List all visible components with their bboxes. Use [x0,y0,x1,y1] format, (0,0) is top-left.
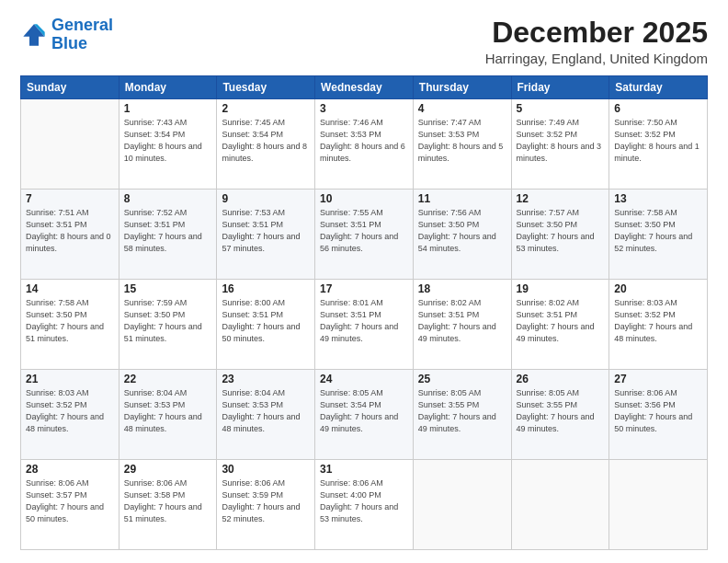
table-row: 4Sunrise: 7:47 AM Sunset: 3:53 PM Daylig… [413,99,511,190]
logo-text: General Blue [51,17,113,53]
calendar-table: Sunday Monday Tuesday Wednesday Thursday… [20,75,708,550]
day-number: 24 [320,373,408,385]
calendar-week-1: 1Sunrise: 7:43 AM Sunset: 3:54 PM Daylig… [21,99,708,190]
day-info: Sunrise: 8:01 AM Sunset: 3:51 PM Dayligh… [320,297,408,345]
day-info: Sunrise: 7:51 AM Sunset: 3:51 PM Dayligh… [26,207,114,255]
day-info: Sunrise: 7:56 AM Sunset: 3:50 PM Dayligh… [418,207,506,255]
table-row: 30Sunrise: 8:06 AM Sunset: 3:59 PM Dayli… [217,460,315,550]
logo-icon [20,21,48,49]
main-title: December 2025 [485,17,708,49]
table-row [511,460,609,550]
col-thursday: Thursday [413,76,511,99]
day-info: Sunrise: 8:00 AM Sunset: 3:51 PM Dayligh… [222,297,310,345]
day-number: 22 [124,373,212,385]
table-row [609,460,708,550]
table-row: 17Sunrise: 8:01 AM Sunset: 3:51 PM Dayli… [315,280,414,370]
table-row: 16Sunrise: 8:00 AM Sunset: 3:51 PM Dayli… [217,280,315,370]
day-info: Sunrise: 7:50 AM Sunset: 3:52 PM Dayligh… [614,117,702,165]
table-row: 24Sunrise: 8:05 AM Sunset: 3:54 PM Dayli… [315,370,414,460]
table-row: 31Sunrise: 8:06 AM Sunset: 4:00 PM Dayli… [315,460,414,550]
header: General Blue December 2025 Harringay, En… [20,17,708,66]
table-row: 5Sunrise: 7:49 AM Sunset: 3:52 PM Daylig… [511,99,609,190]
day-info: Sunrise: 7:43 AM Sunset: 3:54 PM Dayligh… [124,117,212,165]
col-sunday: Sunday [21,76,119,99]
table-row: 11Sunrise: 7:56 AM Sunset: 3:50 PM Dayli… [413,190,511,280]
logo: General Blue [20,17,113,53]
calendar-week-4: 21Sunrise: 8:03 AM Sunset: 3:52 PM Dayli… [21,370,708,460]
day-info: Sunrise: 7:55 AM Sunset: 3:51 PM Dayligh… [320,207,408,255]
day-info: Sunrise: 7:57 AM Sunset: 3:50 PM Dayligh… [517,207,605,255]
title-block: December 2025 Harringay, England, United… [485,17,708,66]
day-info: Sunrise: 8:03 AM Sunset: 3:52 PM Dayligh… [26,387,114,435]
calendar-week-3: 14Sunrise: 7:58 AM Sunset: 3:50 PM Dayli… [21,280,708,370]
day-info: Sunrise: 8:06 AM Sunset: 4:00 PM Dayligh… [320,477,408,525]
table-row: 19Sunrise: 8:02 AM Sunset: 3:51 PM Dayli… [511,280,609,370]
calendar-header-row: Sunday Monday Tuesday Wednesday Thursday… [21,76,708,99]
day-number: 27 [614,373,702,385]
day-info: Sunrise: 7:47 AM Sunset: 3:53 PM Dayligh… [418,117,506,165]
subtitle: Harringay, England, United Kingdom [485,51,708,66]
table-row: 20Sunrise: 8:03 AM Sunset: 3:52 PM Dayli… [609,280,708,370]
day-info: Sunrise: 7:49 AM Sunset: 3:52 PM Dayligh… [517,117,605,165]
day-number: 8 [124,192,212,205]
day-number: 19 [517,282,605,295]
day-number: 15 [124,282,212,295]
day-number: 9 [222,192,310,205]
col-wednesday: Wednesday [315,76,414,99]
table-row: 28Sunrise: 8:06 AM Sunset: 3:57 PM Dayli… [21,460,119,550]
day-number: 13 [614,192,702,205]
day-number: 17 [320,282,408,295]
day-info: Sunrise: 8:06 AM Sunset: 3:57 PM Dayligh… [26,477,114,525]
day-number: 2 [222,102,310,115]
table-row: 3Sunrise: 7:46 AM Sunset: 3:53 PM Daylig… [315,99,414,190]
day-number: 12 [517,192,605,205]
table-row: 14Sunrise: 7:58 AM Sunset: 3:50 PM Dayli… [21,280,119,370]
table-row: 23Sunrise: 8:04 AM Sunset: 3:53 PM Dayli… [217,370,315,460]
day-info: Sunrise: 7:45 AM Sunset: 3:54 PM Dayligh… [222,117,310,165]
table-row: 10Sunrise: 7:55 AM Sunset: 3:51 PM Dayli… [315,190,414,280]
col-friday: Friday [511,76,609,99]
day-number: 30 [222,463,310,476]
day-number: 26 [517,373,605,385]
table-row [21,99,119,190]
table-row: 22Sunrise: 8:04 AM Sunset: 3:53 PM Dayli… [119,370,217,460]
day-number: 7 [26,192,114,205]
day-number: 5 [517,102,605,115]
table-row: 15Sunrise: 7:59 AM Sunset: 3:50 PM Dayli… [119,280,217,370]
day-info: Sunrise: 8:02 AM Sunset: 3:51 PM Dayligh… [517,297,605,345]
day-number: 11 [418,192,506,205]
table-row: 26Sunrise: 8:05 AM Sunset: 3:55 PM Dayli… [511,370,609,460]
day-info: Sunrise: 7:58 AM Sunset: 3:50 PM Dayligh… [26,297,114,345]
day-info: Sunrise: 8:05 AM Sunset: 3:54 PM Dayligh… [320,387,408,435]
calendar-week-5: 28Sunrise: 8:06 AM Sunset: 3:57 PM Dayli… [21,460,708,550]
table-row: 21Sunrise: 8:03 AM Sunset: 3:52 PM Dayli… [21,370,119,460]
table-row: 9Sunrise: 7:53 AM Sunset: 3:51 PM Daylig… [217,190,315,280]
table-row: 2Sunrise: 7:45 AM Sunset: 3:54 PM Daylig… [217,99,315,190]
day-number: 16 [222,282,310,295]
table-row: 1Sunrise: 7:43 AM Sunset: 3:54 PM Daylig… [119,99,217,190]
day-info: Sunrise: 8:06 AM Sunset: 3:58 PM Dayligh… [124,477,212,525]
day-info: Sunrise: 7:59 AM Sunset: 3:50 PM Dayligh… [124,297,212,345]
page: General Blue December 2025 Harringay, En… [0,0,728,563]
day-info: Sunrise: 8:04 AM Sunset: 3:53 PM Dayligh… [124,387,212,435]
day-number: 10 [320,192,408,205]
day-info: Sunrise: 8:05 AM Sunset: 3:55 PM Dayligh… [517,387,605,435]
calendar-week-2: 7Sunrise: 7:51 AM Sunset: 3:51 PM Daylig… [21,190,708,280]
day-info: Sunrise: 8:06 AM Sunset: 3:56 PM Dayligh… [614,387,702,435]
table-row: 27Sunrise: 8:06 AM Sunset: 3:56 PM Dayli… [609,370,708,460]
day-info: Sunrise: 8:04 AM Sunset: 3:53 PM Dayligh… [222,387,310,435]
col-monday: Monday [119,76,217,99]
table-row: 6Sunrise: 7:50 AM Sunset: 3:52 PM Daylig… [609,99,708,190]
day-info: Sunrise: 8:06 AM Sunset: 3:59 PM Dayligh… [222,477,310,525]
table-row: 12Sunrise: 7:57 AM Sunset: 3:50 PM Dayli… [511,190,609,280]
table-row: 7Sunrise: 7:51 AM Sunset: 3:51 PM Daylig… [21,190,119,280]
day-number: 14 [26,282,114,295]
day-info: Sunrise: 8:05 AM Sunset: 3:55 PM Dayligh… [418,387,506,435]
day-number: 3 [320,102,408,115]
day-number: 29 [124,463,212,476]
day-number: 21 [26,373,114,385]
day-info: Sunrise: 8:02 AM Sunset: 3:51 PM Dayligh… [418,297,506,345]
table-row [413,460,511,550]
col-saturday: Saturday [609,76,708,99]
day-info: Sunrise: 7:53 AM Sunset: 3:51 PM Dayligh… [222,207,310,255]
